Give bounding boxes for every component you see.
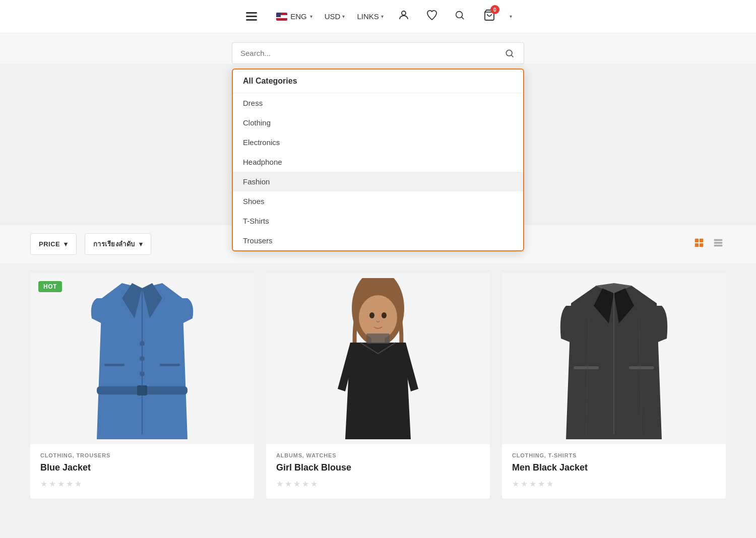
search-button[interactable] xyxy=(452,8,467,25)
svg-rect-19 xyxy=(104,364,124,366)
user-icon xyxy=(398,9,410,21)
price-filter-label: PRICE xyxy=(39,240,60,248)
dropdown-item-trousers[interactable]: Trousers xyxy=(233,231,523,250)
svg-point-14 xyxy=(140,341,145,346)
categories-dropdown: All Categories Dress Clothing Electronic… xyxy=(232,69,524,251)
heart-icon xyxy=(426,9,438,21)
grid-view-icon xyxy=(694,237,705,248)
svg-rect-18 xyxy=(137,385,147,395)
svg-point-26 xyxy=(382,312,387,318)
svg-point-4 xyxy=(506,50,512,56)
language-button[interactable]: ENG ▾ xyxy=(276,12,312,21)
language-label: ENG xyxy=(290,12,307,21)
dropdown-list: Dress Clothing Electronics Headphone Fas… xyxy=(233,93,523,250)
star-1: ★ xyxy=(40,479,47,489)
header-nav: ENG ▾ USD ▾ LINKS ▾ xyxy=(244,7,512,26)
price-filter-button[interactable]: PRICE ▾ xyxy=(30,233,77,255)
search-area: All Categories Dress Clothing Electronic… xyxy=(0,33,756,64)
dropdown-item-clothing[interactable]: Clothing xyxy=(233,113,523,132)
dropdown-item-headphone[interactable]: Headphone xyxy=(233,152,523,172)
star-3: ★ xyxy=(529,479,536,489)
hot-badge: HOT xyxy=(38,281,62,292)
sort-chevron-icon: ▾ xyxy=(139,240,143,248)
blue-jacket-image xyxy=(87,278,198,439)
sort-filter-button[interactable]: การเรียงลำดับ ▾ xyxy=(85,233,152,255)
svg-point-1 xyxy=(456,12,462,18)
star-2: ★ xyxy=(521,479,528,489)
product-info: CLOTHING, TROUSERS Blue Jacket ★ ★ ★ ★ ★ xyxy=(30,444,254,499)
product-categories-men: CLOTHING, T-SHIRTS xyxy=(512,452,716,458)
product-categories-girl: ALBUMS, WATCHES xyxy=(276,452,480,458)
cart-button[interactable]: 0 xyxy=(481,7,497,26)
search-input[interactable] xyxy=(232,43,495,63)
cart-badge: 0 xyxy=(490,5,499,14)
star-4: ★ xyxy=(66,479,73,489)
links-label: LINKS xyxy=(357,12,379,21)
more-button[interactable]: ▾ xyxy=(510,14,512,19)
product-image-wrapper-girl xyxy=(266,273,490,444)
star-2: ★ xyxy=(285,479,292,489)
sort-filter-label: การเรียงลำดับ xyxy=(93,239,135,249)
dropdown-item-electronics[interactable]: Electronics xyxy=(233,132,523,152)
svg-rect-8 xyxy=(695,243,699,247)
dropdown-item-fashion[interactable]: Fashion xyxy=(233,172,523,191)
list-view-icon xyxy=(713,237,724,248)
product-rating-men: ★ ★ ★ ★ ★ xyxy=(512,479,716,489)
svg-rect-9 xyxy=(700,243,703,247)
filter-left: PRICE ▾ การเรียงลำดับ ▾ xyxy=(30,233,151,255)
svg-rect-10 xyxy=(714,239,723,241)
star-5: ★ xyxy=(310,479,318,489)
product-rating-girl: ★ ★ ★ ★ ★ xyxy=(276,479,480,489)
svg-rect-24 xyxy=(366,333,390,344)
star-4: ★ xyxy=(302,479,309,489)
star-1: ★ xyxy=(276,479,283,489)
svg-line-5 xyxy=(512,55,514,57)
product-categories: CLOTHING, TROUSERS xyxy=(40,452,244,458)
svg-point-25 xyxy=(369,312,374,318)
product-card-blue-jacket: HOT xyxy=(30,273,254,499)
search-submit-button[interactable] xyxy=(495,42,524,64)
svg-point-16 xyxy=(140,371,145,376)
product-rating: ★ ★ ★ ★ ★ xyxy=(40,479,244,489)
links-button[interactable]: LINKS ▾ xyxy=(357,12,383,21)
list-view-button[interactable] xyxy=(711,235,726,253)
currency-button[interactable]: USD ▾ xyxy=(325,12,345,21)
view-toggle xyxy=(691,235,726,253)
search-submit-icon xyxy=(505,48,515,58)
product-image-wrapper: HOT xyxy=(30,273,254,444)
price-chevron-icon: ▾ xyxy=(64,240,68,248)
product-image-wrapper-men xyxy=(502,273,726,444)
svg-point-23 xyxy=(359,295,397,340)
svg-rect-12 xyxy=(714,245,723,247)
svg-rect-6 xyxy=(695,239,699,242)
svg-rect-20 xyxy=(160,364,180,366)
svg-point-15 xyxy=(140,356,145,361)
products-section: HOT xyxy=(0,263,756,509)
product-info-girl: ALBUMS, WATCHES Girl Black Blouse ★ ★ ★ … xyxy=(266,444,490,499)
hamburger-icon xyxy=(246,12,257,21)
wishlist-button[interactable] xyxy=(424,7,440,26)
svg-rect-11 xyxy=(714,242,723,244)
product-name: Blue Jacket xyxy=(40,462,244,473)
dropdown-item-dress[interactable]: Dress xyxy=(233,93,523,113)
grid-view-button[interactable] xyxy=(691,235,707,253)
search-input-wrapper xyxy=(232,42,495,64)
header: ENG ▾ USD ▾ LINKS ▾ xyxy=(0,0,756,33)
svg-rect-7 xyxy=(700,239,703,242)
product-name-men: Men Black Jacket xyxy=(512,462,716,473)
links-chevron-icon: ▾ xyxy=(381,14,384,19)
men-black-jacket-image xyxy=(558,278,669,439)
search-container: All Categories Dress Clothing Electronic… xyxy=(232,42,524,64)
svg-line-2 xyxy=(462,17,464,19)
dropdown-item-tshirts[interactable]: T-Shirts xyxy=(233,211,523,231)
girl-black-blouse-image xyxy=(323,278,433,439)
user-button[interactable] xyxy=(396,7,412,26)
product-info-men: CLOTHING, T-SHIRTS Men Black Jacket ★ ★ … xyxy=(502,444,726,499)
language-chevron-icon: ▾ xyxy=(310,14,312,19)
star-5: ★ xyxy=(75,479,82,489)
hamburger-button[interactable] xyxy=(244,10,264,23)
dropdown-header[interactable]: All Categories xyxy=(233,70,523,93)
star-1: ★ xyxy=(512,479,519,489)
dropdown-item-shoes[interactable]: Shoes xyxy=(233,191,523,211)
svg-rect-28 xyxy=(629,366,654,369)
